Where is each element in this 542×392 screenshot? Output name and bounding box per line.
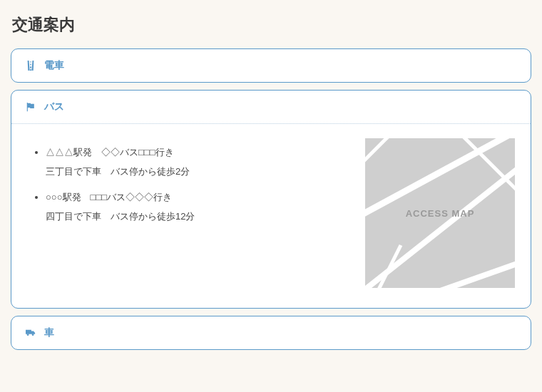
svg-point-1	[27, 334, 29, 336]
bus-line-2: 三丁目で下車 バス停から徒歩2分	[46, 166, 190, 177]
map-label: ACCESS MAP	[406, 208, 475, 219]
truck-icon	[24, 326, 37, 339]
bus-list: △△△駅発 ◇◇バス□□□行き 三丁目で下車 バス停から徒歩2分 ○○○駅発 □…	[27, 138, 337, 288]
accordion-label-train: 電車	[44, 59, 64, 72]
accordion-header-train[interactable]: 電車	[11, 49, 531, 82]
accordion-label-bus: バス	[44, 100, 64, 113]
accordion-label-car: 車	[44, 326, 54, 339]
bus-content: △△△駅発 ◇◇バス□□□行き 三丁目で下車 バス停から徒歩2分 ○○○駅発 □…	[27, 138, 515, 288]
accordion-bus: バス △△△駅発 ◇◇バス□□□行き 三丁目で下車 バス停から徒歩2分 ○○○駅…	[11, 90, 531, 309]
svg-point-2	[32, 334, 34, 336]
flag-icon	[24, 100, 37, 113]
road-icon	[24, 59, 37, 72]
list-item: △△△駅発 ◇◇バス□□□行き 三丁目で下車 バス停から徒歩2分	[46, 143, 337, 182]
accordion-header-car[interactable]: 車	[11, 316, 531, 349]
page-title: 交通案内	[11, 0, 531, 48]
access-map-placeholder: ACCESS MAP	[365, 138, 515, 288]
accordion-train: 電車	[11, 48, 531, 83]
bus-line-1: △△△駅発 ◇◇バス□□□行き	[46, 147, 174, 158]
accordion-header-bus[interactable]: バス	[11, 91, 531, 123]
accordion-body-bus: △△△駅発 ◇◇バス□□□行き 三丁目で下車 バス停から徒歩2分 ○○○駅発 □…	[11, 123, 531, 308]
accordion-car: 車	[11, 316, 531, 350]
bus-line-2: 四丁目で下車 バス停から徒歩12分	[46, 211, 195, 222]
list-item: ○○○駅発 □□□バス◇◇◇行き 四丁目で下車 バス停から徒歩12分	[46, 187, 337, 227]
bus-line-1: ○○○駅発 □□□バス◇◇◇行き	[46, 192, 172, 202]
